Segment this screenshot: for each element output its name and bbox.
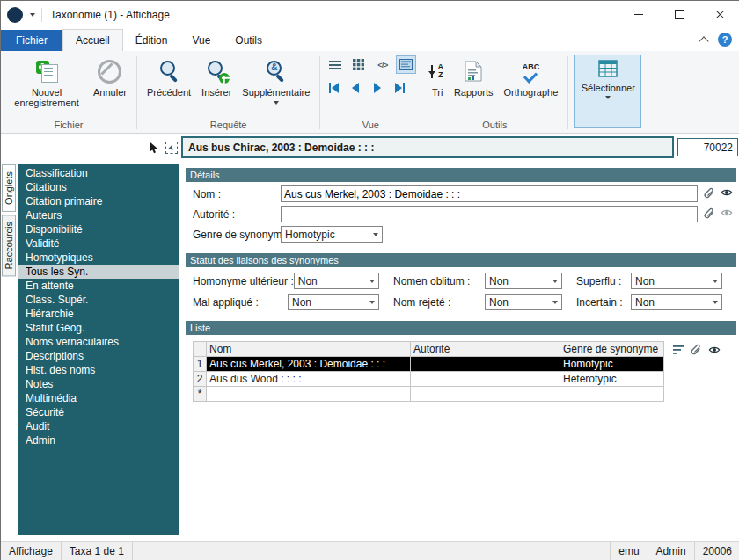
column-header-genre[interactable]: Genre de synonyme — [560, 342, 664, 357]
attachment-button[interactable] — [703, 207, 715, 222]
sidebar-item[interactable]: En attente — [18, 279, 179, 293]
previous-query-button[interactable]: Précédent — [142, 55, 196, 100]
sidebar-item[interactable]: Admin — [18, 433, 179, 447]
sidebar-item[interactable]: Hiérarchie — [18, 307, 179, 321]
view-attachment-button[interactable] — [707, 344, 721, 359]
nav-first-button[interactable] — [326, 81, 341, 95]
magnifier-icon — [157, 60, 181, 84]
view-attachment-button[interactable] — [720, 207, 734, 222]
attachment-button[interactable] — [690, 343, 702, 359]
nom-cell[interactable] — [207, 387, 411, 402]
autorite-cell[interactable] — [411, 387, 560, 402]
nav-next-button[interactable] — [370, 81, 385, 95]
row-number-cell[interactable]: * — [194, 387, 207, 402]
list-options-button[interactable] — [673, 345, 684, 358]
previous-query-label: Précédent — [147, 87, 191, 98]
superflu-combobox[interactable]: Non — [631, 273, 722, 289]
sidebar-item[interactable]: Descriptions — [18, 349, 179, 363]
sidebar-item[interactable]: Classification — [18, 166, 179, 180]
view-code-button[interactable]: </> — [372, 55, 392, 74]
vertical-tab-onglets[interactable]: Onglets — [2, 164, 16, 212]
maximize-button[interactable] — [659, 1, 699, 28]
cancel-button[interactable]: Annuler — [88, 55, 132, 100]
sidebar-item[interactable]: Notes — [18, 377, 179, 391]
attachment-button[interactable] — [703, 186, 715, 202]
sidebar-item[interactable]: Homotypiques — [18, 251, 179, 265]
body: Onglets Raccourcis Classification Citati… — [1, 162, 739, 541]
nom-rejete-combobox[interactable]: Non — [485, 294, 562, 310]
nav-previous-button[interactable] — [348, 81, 363, 95]
genre-cell[interactable]: Heterotypic — [560, 372, 664, 387]
new-record-button[interactable]: Nouvel enregistrement — [5, 55, 88, 111]
group-label-outils: Outils — [421, 119, 567, 133]
view-list-button[interactable] — [325, 55, 345, 74]
tab-edition[interactable]: Édition — [123, 30, 180, 51]
vertical-tab-raccourcis[interactable]: Raccourcis — [2, 215, 16, 276]
collapse-ribbon-button[interactable] — [699, 36, 708, 46]
table-row-new: * — [194, 387, 664, 402]
mal-applique-combobox[interactable]: Non — [288, 294, 379, 310]
genre-cell[interactable]: Homotypic — [560, 357, 664, 372]
minimize-button[interactable] — [618, 1, 659, 28]
view-form-button[interactable] — [396, 55, 416, 74]
view-grid-button[interactable] — [348, 55, 369, 74]
cursor-tool-button[interactable] — [146, 140, 162, 156]
tab-accueil[interactable]: Accueil — [62, 29, 123, 51]
paperclip-icon — [703, 207, 715, 220]
autorite-cell[interactable] — [411, 357, 560, 372]
sidebar-item-selected[interactable]: Tous les Syn. — [18, 265, 179, 279]
column-header-nom[interactable]: Nom — [207, 342, 411, 357]
sidebar-item[interactable]: Class. Supér. — [18, 293, 179, 307]
help-button[interactable]: ? — [718, 33, 732, 47]
view-attachment-button[interactable] — [720, 186, 734, 201]
section-header-liste: Liste — [186, 321, 736, 335]
sidebar-item[interactable]: Multimédia — [18, 391, 179, 405]
sort-button[interactable]: AZ Tri — [426, 55, 449, 100]
app-icon[interactable] — [7, 7, 23, 23]
cancel-icon — [98, 60, 121, 84]
nom-input[interactable] — [281, 185, 698, 202]
select-button[interactable]: Sélectionner — [574, 55, 641, 128]
chevron-down-icon — [713, 301, 718, 307]
main-panel: Détails Nom : Autorité : Genre de synony — [179, 162, 739, 541]
autorite-input[interactable] — [281, 206, 698, 222]
quick-access-dropdown[interactable] — [30, 10, 35, 19]
homonyme-combobox[interactable]: Non — [294, 273, 379, 289]
sidebar-item[interactable]: Citation primaire — [18, 194, 179, 208]
row-number-cell[interactable]: 2 — [194, 372, 207, 387]
row-number-cell[interactable]: 1 — [194, 357, 207, 372]
genre-cell[interactable] — [560, 387, 664, 402]
sidebar-item[interactable]: Validité — [18, 236, 179, 251]
insert-query-button[interactable]: Insérer — [196, 55, 237, 100]
sidebar-item[interactable]: Sécurité — [18, 405, 179, 419]
genre-combobox[interactable]: Homotypic — [281, 226, 383, 243]
nav-last-button[interactable] — [391, 81, 407, 95]
close-button[interactable] — [699, 1, 739, 28]
ribbon-group-vue: </> Vue — [320, 53, 421, 133]
sidebar-item[interactable]: Auteurs — [18, 208, 179, 222]
incertain-combobox[interactable]: Non — [631, 294, 722, 310]
autorite-field-row: Autorité : — [193, 206, 736, 222]
autorite-cell[interactable] — [411, 372, 560, 387]
sidebar-item[interactable]: Citations — [18, 180, 179, 194]
sidebar-item[interactable]: Audit — [18, 419, 179, 433]
cursor-icon — [149, 142, 159, 154]
sidebar-item[interactable]: Disponibilité — [18, 222, 179, 236]
tab-outils[interactable]: Outils — [223, 30, 274, 51]
nom-cell[interactable]: Aus dus Wood : : : : — [207, 372, 411, 387]
reports-button[interactable]: Rapports — [449, 55, 499, 100]
supplementary-query-button[interactable]: & Supplémentaire — [237, 55, 315, 110]
nomen-oblitum-combobox[interactable]: Non — [485, 273, 562, 289]
sidebar-item[interactable]: Statut Géog. — [18, 321, 179, 335]
liste-section: Nom Autorité Genre de synonyme 1 Aus cus… — [193, 341, 736, 402]
spellcheck-button[interactable]: ABC Orthographe — [499, 55, 564, 100]
table-row: 1 Aus cus Merkel, 2003 : Demoidae : : : … — [194, 357, 664, 372]
tab-vue[interactable]: Vue — [179, 30, 223, 51]
sidebar-item[interactable]: Noms vernaculaires — [18, 335, 179, 349]
nom-cell[interactable]: Aus cus Merkel, 2003 : Demoidae : : : — [207, 357, 411, 372]
tab-fichier[interactable]: Fichier — [1, 30, 62, 51]
select-tool-button[interactable] — [164, 140, 179, 156]
column-header-autorite[interactable]: Autorité — [411, 342, 560, 357]
spellcheck-label: Orthographe — [504, 87, 559, 98]
sidebar-item[interactable]: Hist. des noms — [18, 363, 179, 377]
